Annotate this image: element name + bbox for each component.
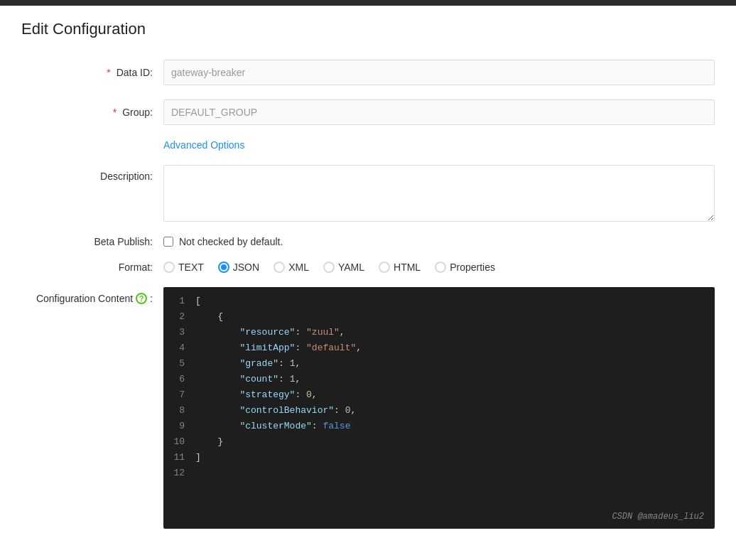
description-row: Description: xyxy=(21,165,715,222)
config-content-row: Configuration Content ? : 1[2 {3 "resour… xyxy=(21,287,715,529)
code-line: 9 "clusterMode": false xyxy=(163,419,715,435)
radio-html[interactable] xyxy=(379,262,390,273)
format-text[interactable]: TEXT xyxy=(163,262,204,273)
format-row: Format: TEXT JSON XML YAML HTML xyxy=(21,262,715,273)
group-input[interactable] xyxy=(163,99,715,125)
line-content: } xyxy=(195,435,223,450)
top-bar xyxy=(0,0,736,6)
format-radio-group: TEXT JSON XML YAML HTML Properties xyxy=(163,262,495,273)
radio-json-label: JSON xyxy=(233,262,259,273)
code-line: 11] xyxy=(163,451,715,466)
format-properties[interactable]: Properties xyxy=(435,262,495,273)
help-icon[interactable]: ? xyxy=(136,293,147,304)
page-container: Edit Configuration * Data ID: * Group: A… xyxy=(0,6,736,557)
code-line: 1[ xyxy=(163,294,715,310)
line-number: 1 xyxy=(163,294,195,309)
line-content: [ xyxy=(195,294,201,309)
radio-yaml[interactable] xyxy=(323,262,335,273)
radio-properties[interactable] xyxy=(435,262,446,273)
line-content: ] xyxy=(195,451,201,465)
line-content: "count": 1, xyxy=(195,372,301,387)
beta-publish-container: Not checked by default. xyxy=(163,236,283,247)
watermark: CSDN @amadeus_liu2 xyxy=(612,512,704,522)
config-content-label-text: Configuration Content xyxy=(36,293,133,304)
code-line: 12 xyxy=(163,466,715,482)
page-title: Edit Configuration xyxy=(21,20,715,38)
code-line: 3 "resource": "zuul", xyxy=(163,325,715,341)
line-number: 8 xyxy=(163,404,195,419)
format-json[interactable]: JSON xyxy=(218,262,259,273)
line-content: "controlBehavior": 0, xyxy=(195,404,356,419)
radio-xml-label: XML xyxy=(288,262,309,273)
line-number: 2 xyxy=(163,310,195,325)
description-label: Description: xyxy=(21,165,163,182)
code-line: 8 "controlBehavior": 0, xyxy=(163,404,715,419)
line-content: "clusterMode": false xyxy=(195,419,350,434)
radio-text-label: TEXT xyxy=(178,262,204,273)
line-number: 7 xyxy=(163,388,195,403)
line-content: "strategy": 0, xyxy=(195,388,318,403)
code-editor[interactable]: 1[2 {3 "resource": "zuul",4 "limitApp": … xyxy=(163,287,715,529)
line-content: { xyxy=(195,310,223,325)
group-label: * Group: xyxy=(21,107,163,118)
data-id-row: * Data ID: xyxy=(21,60,715,85)
line-content: "limitApp": "default", xyxy=(195,341,362,356)
line-number: 4 xyxy=(163,341,195,356)
line-number: 10 xyxy=(163,435,195,450)
group-row: * Group: xyxy=(21,99,715,125)
beta-publish-label: Beta Publish: xyxy=(21,236,163,247)
line-number: 3 xyxy=(163,325,195,340)
code-line: 5 "grade": 1, xyxy=(163,357,715,372)
data-id-label: * Data ID: xyxy=(21,67,163,78)
line-number: 9 xyxy=(163,419,195,434)
line-content: "grade": 1, xyxy=(195,357,301,372)
required-star-group: * xyxy=(113,107,117,118)
beta-publish-checkbox[interactable] xyxy=(163,237,173,247)
code-line: 2 { xyxy=(163,310,715,325)
code-line: 6 "count": 1, xyxy=(163,372,715,388)
beta-publish-row: Beta Publish: Not checked by default. xyxy=(21,236,715,247)
config-content-label: Configuration Content ? : xyxy=(21,287,163,304)
radio-json[interactable] xyxy=(218,262,229,273)
code-line: 4 "limitApp": "default", xyxy=(163,341,715,357)
format-label: Format: xyxy=(21,262,163,273)
data-id-input[interactable] xyxy=(163,60,715,85)
required-star: * xyxy=(107,67,110,78)
format-html[interactable]: HTML xyxy=(379,262,421,273)
line-number: 6 xyxy=(163,372,195,387)
format-xml[interactable]: XML xyxy=(274,262,309,273)
line-number: 11 xyxy=(163,451,195,465)
code-line: 7 "strategy": 0, xyxy=(163,388,715,404)
radio-yaml-label: YAML xyxy=(338,262,364,273)
radio-html-label: HTML xyxy=(394,262,421,273)
description-textarea[interactable] xyxy=(163,165,715,222)
advanced-options-link[interactable]: Advanced Options xyxy=(163,139,715,151)
radio-properties-label: Properties xyxy=(450,262,495,273)
code-line: 10 } xyxy=(163,435,715,451)
beta-publish-text: Not checked by default. xyxy=(179,236,283,247)
line-number: 12 xyxy=(163,466,195,481)
format-yaml[interactable]: YAML xyxy=(323,262,364,273)
radio-xml[interactable] xyxy=(274,262,285,273)
colon: : xyxy=(150,293,153,304)
line-content: "resource": "zuul", xyxy=(195,325,345,340)
line-number: 5 xyxy=(163,357,195,372)
radio-text[interactable] xyxy=(163,262,175,273)
